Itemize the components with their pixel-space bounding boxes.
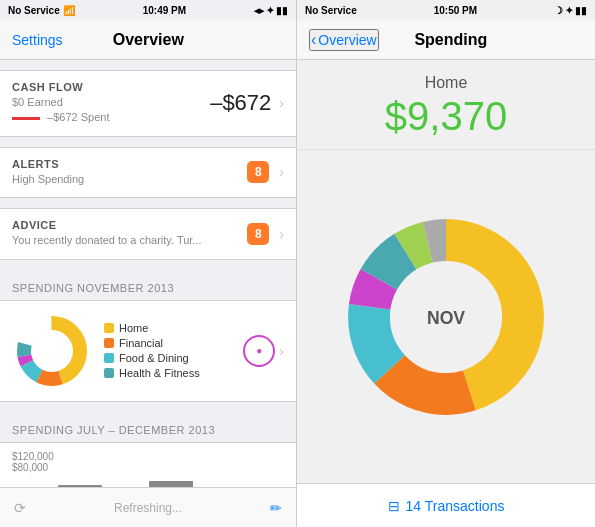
bar-label-high: $120,000 $80,000 [12, 451, 284, 473]
alerts-badge: 8 [247, 161, 269, 183]
home-label: Home [119, 322, 148, 334]
big-donut-chart: NOV [336, 207, 556, 427]
left-nav-bar: Settings Overview [0, 20, 296, 60]
circle-button[interactable]: ● [243, 335, 275, 367]
left-content: CASH FLOW $0 Earned –$672 Spent –$672 › … [0, 60, 296, 487]
legend-financial: Financial [104, 337, 235, 349]
food-label: Food & Dining [119, 352, 189, 364]
right-status-left: No Service [305, 5, 357, 16]
left-time: 10:49 PM [143, 5, 186, 16]
legend-health: Health & Fitness [104, 367, 235, 379]
cash-flow-title: CASH FLOW [12, 81, 210, 93]
advice-title: ADVICE [12, 219, 247, 231]
alerts-right: 8 › [247, 161, 284, 183]
spending-nov-header: SPENDING November 2013 [0, 270, 296, 300]
hero-value: $9,370 [297, 94, 595, 139]
alerts-title: ALERTS [12, 158, 247, 170]
svg-text:NOV: NOV [427, 307, 465, 327]
spending-jul-header: SPENDING July – December 2013 [0, 412, 296, 442]
spending-nav-title: Spending [319, 31, 583, 49]
transactions-icon: ⊟ [388, 498, 400, 514]
refresh-icon: ⟳ [14, 500, 26, 516]
legend-home: Home [104, 322, 235, 334]
left-footer: ⟳ Refreshing... ✏ [0, 487, 296, 527]
transactions-count: 14 Transactions [406, 498, 505, 514]
left-screen: No Service 📶 10:49 PM ◂▸ ✦ ▮▮ Settings O… [0, 0, 297, 527]
advice-sub: You recently donated to a charity. Tur..… [12, 233, 247, 248]
spending-jul-title: SPENDING July – December 2013 [12, 424, 215, 436]
red-line-icon [12, 117, 40, 120]
right-nav-bar: ‹ Overview Spending [297, 20, 595, 60]
advice-chevron: › [279, 226, 284, 242]
refresh-text: Refreshing... [114, 501, 182, 515]
no-service-text: No Service [8, 5, 60, 16]
wifi-icon: 📶 [63, 5, 75, 16]
bar-chart [12, 477, 284, 487]
cash-flow-spent: –$672 Spent [12, 110, 210, 125]
circle-chevron: ● › [235, 335, 284, 367]
big-donut-wrapper: NOV [297, 150, 595, 483]
settings-button[interactable]: Settings [12, 32, 63, 48]
transactions-bar[interactable]: ⊟ 14 Transactions [297, 483, 595, 527]
svg-point-5 [32, 331, 72, 371]
right-bluetooth-icon: ✦ [565, 5, 573, 16]
advice-left: ADVICE You recently donated to a charity… [12, 219, 247, 248]
back-chevron-icon: ‹ [311, 31, 316, 49]
alerts-sub: High Spending [12, 172, 247, 187]
spending-nov-legend: Home Financial Food & Dining Health & Fi… [92, 322, 235, 379]
right-status-bar: No Service 10:50 PM ☽ ✦ ▮▮ [297, 0, 595, 20]
left-status-right: ◂▸ ✦ ▮▮ [254, 5, 288, 16]
alerts-row[interactable]: ALERTS High Spending 8 › [0, 147, 296, 198]
home-dot [104, 323, 114, 333]
food-dot [104, 353, 114, 363]
left-status-bar: No Service 📶 10:49 PM ◂▸ ✦ ▮▮ [0, 0, 296, 20]
advice-badge: 8 [247, 223, 269, 245]
left-status-left: No Service 📶 [8, 5, 75, 16]
alerts-chevron: › [279, 164, 284, 180]
right-screen: No Service 10:50 PM ☽ ✦ ▮▮ ‹ Overview Sp… [297, 0, 595, 527]
bar-chart-section: $120,000 $80,000 [0, 442, 296, 487]
overview-title: Overview [113, 31, 184, 49]
circle-inner: ● [256, 345, 262, 356]
small-donut-chart [12, 311, 92, 391]
cash-flow-left: CASH FLOW $0 Earned –$672 Spent [12, 81, 210, 126]
right-no-service: No Service [305, 5, 357, 16]
cash-flow-value: –$672 [210, 90, 271, 116]
edit-icon[interactable]: ✏ [270, 500, 282, 516]
spending-nov-title: SPENDING November 2013 [12, 282, 174, 294]
right-moon-icon: ☽ [554, 5, 563, 16]
battery-icon: ▮▮ [276, 5, 288, 16]
bluetooth-icon: ✦ [266, 5, 274, 16]
spending-nov-chart[interactable]: Home Financial Food & Dining Health & Fi… [0, 300, 296, 402]
spending-chevron: › [279, 343, 284, 359]
financial-dot [104, 338, 114, 348]
right-status-right: ☽ ✦ ▮▮ [554, 5, 587, 16]
hero-label: Home [297, 74, 595, 92]
right-time: 10:50 PM [434, 5, 477, 16]
health-label: Health & Fitness [119, 367, 200, 379]
cash-flow-earned: $0 Earned [12, 95, 210, 110]
advice-right: 8 › [247, 223, 284, 245]
cash-flow-row[interactable]: CASH FLOW $0 Earned –$672 Spent –$672 › [0, 70, 296, 137]
cash-flow-chevron: › [279, 95, 284, 111]
legend-food: Food & Dining [104, 352, 235, 364]
financial-label: Financial [119, 337, 163, 349]
health-dot [104, 368, 114, 378]
cash-flow-right: –$672 › [210, 90, 284, 116]
right-battery-icon: ▮▮ [575, 5, 587, 16]
spending-hero: Home $9,370 [297, 60, 595, 150]
alerts-left: ALERTS High Spending [12, 158, 247, 187]
signal-icon: ◂▸ [254, 5, 264, 16]
advice-row[interactable]: ADVICE You recently donated to a charity… [0, 208, 296, 259]
